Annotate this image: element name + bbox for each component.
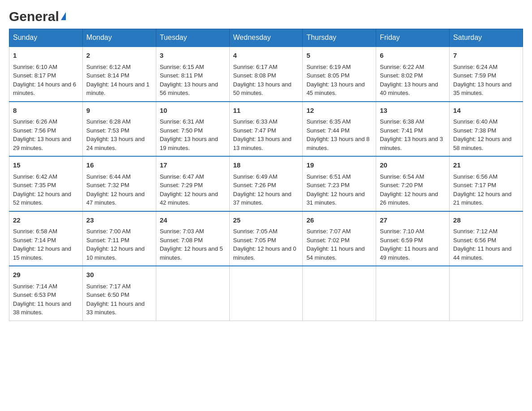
day-info: Sunrise: 6:44 AMSunset: 7:32 PMDaylight:…	[86, 172, 152, 207]
day-number: 7	[453, 51, 519, 61]
day-number: 15	[13, 160, 79, 171]
day-number: 1	[13, 51, 79, 61]
day-info: Sunrise: 6:26 AMSunset: 7:56 PMDaylight:…	[13, 117, 79, 152]
page-header: General	[9, 9, 523, 24]
day-info: Sunrise: 6:51 AMSunset: 7:23 PMDaylight:…	[306, 172, 372, 207]
logo-triangle-icon	[61, 12, 66, 20]
day-info: Sunrise: 6:15 AMSunset: 8:11 PMDaylight:…	[160, 63, 226, 98]
calendar-cell: 25Sunrise: 7:05 AMSunset: 7:05 PMDayligh…	[229, 211, 303, 266]
day-number: 8	[13, 106, 79, 116]
calendar-cell: 21Sunrise: 6:56 AMSunset: 7:17 PMDayligh…	[450, 156, 523, 211]
day-number: 20	[380, 160, 446, 171]
calendar-cell: 29Sunrise: 7:14 AMSunset: 6:53 PMDayligh…	[9, 266, 83, 321]
day-number: 9	[86, 106, 152, 116]
calendar-header-sunday: Sunday	[9, 29, 83, 47]
calendar-cell: 23Sunrise: 7:00 AMSunset: 7:11 PMDayligh…	[82, 211, 156, 266]
day-info: Sunrise: 6:12 AMSunset: 8:14 PMDaylight:…	[86, 63, 152, 98]
calendar-cell: 20Sunrise: 6:54 AMSunset: 7:20 PMDayligh…	[376, 156, 450, 211]
day-info: Sunrise: 7:12 AMSunset: 6:56 PMDaylight:…	[453, 227, 519, 262]
day-number: 27	[380, 215, 446, 226]
day-info: Sunrise: 7:07 AMSunset: 7:02 PMDaylight:…	[306, 227, 372, 262]
calendar-cell: 22Sunrise: 6:58 AMSunset: 7:14 PMDayligh…	[9, 211, 83, 266]
day-info: Sunrise: 6:42 AMSunset: 7:35 PMDaylight:…	[13, 172, 79, 207]
day-info: Sunrise: 6:58 AMSunset: 7:14 PMDaylight:…	[13, 227, 79, 262]
calendar-cell: 7Sunrise: 6:24 AMSunset: 7:59 PMDaylight…	[450, 47, 523, 102]
day-info: Sunrise: 7:00 AMSunset: 7:11 PMDaylight:…	[86, 227, 152, 262]
day-info: Sunrise: 6:22 AMSunset: 8:02 PMDaylight:…	[380, 63, 446, 98]
calendar-week-row: 22Sunrise: 6:58 AMSunset: 7:14 PMDayligh…	[9, 211, 523, 266]
calendar-week-row: 8Sunrise: 6:26 AMSunset: 7:56 PMDaylight…	[9, 102, 523, 157]
day-number: 25	[233, 215, 299, 226]
day-number: 4	[233, 51, 299, 61]
calendar-cell: 24Sunrise: 7:03 AMSunset: 7:08 PMDayligh…	[156, 211, 229, 266]
day-info: Sunrise: 6:10 AMSunset: 8:17 PMDaylight:…	[13, 63, 79, 98]
day-number: 16	[86, 160, 152, 171]
calendar-cell: 12Sunrise: 6:35 AMSunset: 7:44 PMDayligh…	[303, 102, 376, 157]
calendar-header-friday: Friday	[376, 29, 450, 47]
day-number: 29	[13, 270, 79, 280]
day-info: Sunrise: 7:14 AMSunset: 6:53 PMDaylight:…	[13, 282, 79, 317]
calendar-cell	[303, 266, 376, 321]
day-info: Sunrise: 6:28 AMSunset: 7:53 PMDaylight:…	[86, 117, 152, 152]
calendar-cell: 14Sunrise: 6:40 AMSunset: 7:38 PMDayligh…	[450, 102, 523, 157]
day-info: Sunrise: 6:49 AMSunset: 7:26 PMDaylight:…	[233, 172, 299, 207]
day-number: 11	[233, 106, 299, 116]
day-number: 23	[86, 215, 152, 226]
calendar-week-row: 15Sunrise: 6:42 AMSunset: 7:35 PMDayligh…	[9, 156, 523, 211]
calendar-week-row: 1Sunrise: 6:10 AMSunset: 8:17 PMDaylight…	[9, 47, 523, 102]
day-info: Sunrise: 7:05 AMSunset: 7:05 PMDaylight:…	[233, 227, 299, 262]
calendar-cell	[450, 266, 523, 321]
calendar-header-wednesday: Wednesday	[229, 29, 303, 47]
calendar-cell: 3Sunrise: 6:15 AMSunset: 8:11 PMDaylight…	[156, 47, 229, 102]
day-info: Sunrise: 6:56 AMSunset: 7:17 PMDaylight:…	[453, 172, 519, 207]
calendar-cell: 18Sunrise: 6:49 AMSunset: 7:26 PMDayligh…	[229, 156, 303, 211]
day-info: Sunrise: 6:40 AMSunset: 7:38 PMDaylight:…	[453, 117, 519, 152]
day-info: Sunrise: 6:17 AMSunset: 8:08 PMDaylight:…	[233, 63, 299, 98]
day-info: Sunrise: 6:38 AMSunset: 7:41 PMDaylight:…	[380, 117, 446, 152]
calendar-header-thursday: Thursday	[303, 29, 376, 47]
day-number: 14	[453, 106, 519, 116]
calendar-week-row: 29Sunrise: 7:14 AMSunset: 6:53 PMDayligh…	[9, 266, 523, 321]
day-info: Sunrise: 6:35 AMSunset: 7:44 PMDaylight:…	[306, 117, 372, 152]
calendar-cell: 26Sunrise: 7:07 AMSunset: 7:02 PMDayligh…	[303, 211, 376, 266]
day-number: 17	[160, 160, 226, 171]
day-info: Sunrise: 6:54 AMSunset: 7:20 PMDaylight:…	[380, 172, 446, 207]
day-number: 30	[86, 270, 152, 280]
calendar-cell	[156, 266, 229, 321]
calendar-cell	[376, 266, 450, 321]
logo-text-general: General	[9, 9, 59, 24]
day-number: 10	[160, 106, 226, 116]
calendar-cell: 8Sunrise: 6:26 AMSunset: 7:56 PMDaylight…	[9, 102, 83, 157]
day-number: 3	[160, 51, 226, 61]
day-number: 19	[306, 160, 372, 171]
day-number: 12	[306, 106, 372, 116]
calendar-cell	[229, 266, 303, 321]
calendar-cell: 17Sunrise: 6:47 AMSunset: 7:29 PMDayligh…	[156, 156, 229, 211]
calendar-cell: 28Sunrise: 7:12 AMSunset: 6:56 PMDayligh…	[450, 211, 523, 266]
logo: General	[9, 9, 66, 24]
day-number: 6	[380, 51, 446, 61]
calendar-cell: 16Sunrise: 6:44 AMSunset: 7:32 PMDayligh…	[82, 156, 156, 211]
calendar-cell: 19Sunrise: 6:51 AMSunset: 7:23 PMDayligh…	[303, 156, 376, 211]
calendar-cell: 15Sunrise: 6:42 AMSunset: 7:35 PMDayligh…	[9, 156, 83, 211]
day-info: Sunrise: 7:17 AMSunset: 6:50 PMDaylight:…	[86, 282, 152, 317]
day-info: Sunrise: 6:33 AMSunset: 7:47 PMDaylight:…	[233, 117, 299, 152]
day-info: Sunrise: 6:31 AMSunset: 7:50 PMDaylight:…	[160, 117, 226, 152]
day-number: 2	[86, 51, 152, 61]
calendar-cell: 6Sunrise: 6:22 AMSunset: 8:02 PMDaylight…	[376, 47, 450, 102]
calendar-cell: 13Sunrise: 6:38 AMSunset: 7:41 PMDayligh…	[376, 102, 450, 157]
day-info: Sunrise: 6:19 AMSunset: 8:05 PMDaylight:…	[306, 63, 372, 98]
day-number: 26	[306, 215, 372, 226]
calendar-cell: 30Sunrise: 7:17 AMSunset: 6:50 PMDayligh…	[82, 266, 156, 321]
calendar-cell: 5Sunrise: 6:19 AMSunset: 8:05 PMDaylight…	[303, 47, 376, 102]
calendar-cell: 2Sunrise: 6:12 AMSunset: 8:14 PMDaylight…	[82, 47, 156, 102]
day-info: Sunrise: 6:47 AMSunset: 7:29 PMDaylight:…	[160, 172, 226, 207]
calendar-cell: 11Sunrise: 6:33 AMSunset: 7:47 PMDayligh…	[229, 102, 303, 157]
day-number: 22	[13, 215, 79, 226]
calendar-header-row: SundayMondayTuesdayWednesdayThursdayFrid…	[9, 29, 523, 47]
day-info: Sunrise: 7:03 AMSunset: 7:08 PMDaylight:…	[160, 227, 226, 262]
calendar-cell: 4Sunrise: 6:17 AMSunset: 8:08 PMDaylight…	[229, 47, 303, 102]
calendar-table: SundayMondayTuesdayWednesdayThursdayFrid…	[9, 29, 523, 321]
day-number: 18	[233, 160, 299, 171]
calendar-cell: 1Sunrise: 6:10 AMSunset: 8:17 PMDaylight…	[9, 47, 83, 102]
